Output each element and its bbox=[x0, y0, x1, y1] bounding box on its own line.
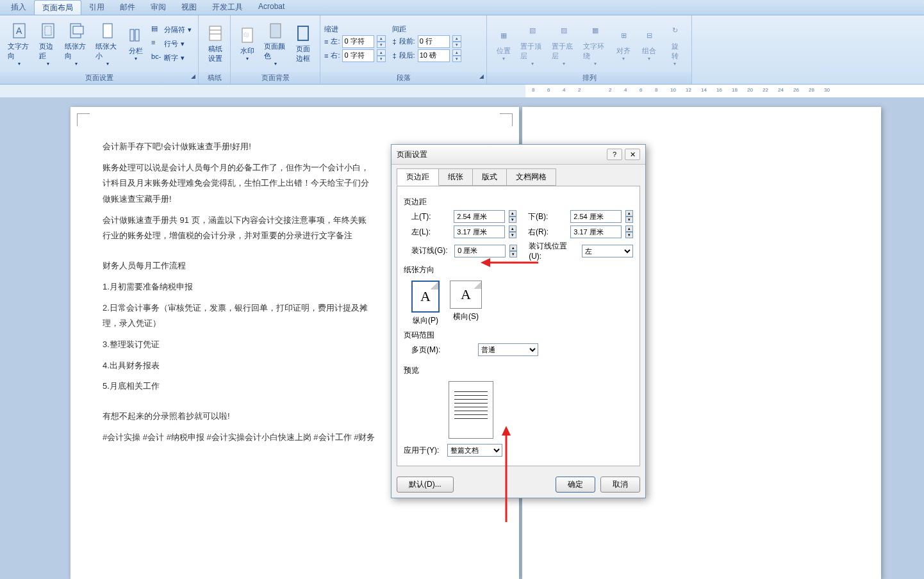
spacing-after-input[interactable] bbox=[418, 49, 450, 62]
dlg-tab-grid[interactable]: 文档网格 bbox=[506, 168, 556, 186]
tab-view[interactable]: 视图 bbox=[174, 0, 204, 15]
tab-developer[interactable]: 开发工具 bbox=[204, 0, 251, 15]
tab-insert[interactable]: 插入 bbox=[3, 0, 34, 15]
margins-section-label: 页边距 bbox=[404, 197, 633, 208]
page-border-icon bbox=[293, 24, 313, 43]
group-arrange: ▦位置▾ ▧置于顶层▾ ▨置于底层▾ ▩文字环绕▾ ⊞对齐▾ ⊟组合▾ ↻旋 转… bbox=[487, 15, 692, 84]
tab-references[interactable]: 引用 bbox=[81, 0, 112, 15]
send-back-button[interactable]: ▨置于底层▾ bbox=[548, 20, 579, 68]
spacing-before-input[interactable] bbox=[418, 35, 450, 48]
group-button[interactable]: ⊟组合▾ bbox=[636, 24, 662, 63]
group-icon: ⊟ bbox=[639, 26, 659, 45]
after-spinner[interactable]: ▴▾ bbox=[452, 49, 461, 62]
margin-right-input[interactable] bbox=[570, 225, 622, 238]
dlg-tab-layout[interactable]: 版式 bbox=[472, 168, 507, 186]
indent-label: 缩进 bbox=[324, 24, 386, 34]
indent-left-input[interactable] bbox=[342, 35, 374, 48]
apply-to-select[interactable]: 整篇文档 bbox=[447, 444, 502, 457]
margin-left-input[interactable] bbox=[454, 225, 505, 238]
gutter-spinner[interactable]: ▴▾ bbox=[509, 245, 517, 257]
svg-rect-9 bbox=[210, 26, 221, 40]
line-num-icon: ≡ bbox=[151, 38, 161, 49]
multi-page-select[interactable]: 普通 bbox=[478, 343, 538, 356]
breaks-button[interactable]: ▤分隔符 ▾ bbox=[149, 23, 194, 36]
dialog-help-button[interactable]: ? bbox=[607, 149, 622, 160]
dlg-tab-paper[interactable]: 纸张 bbox=[438, 168, 473, 186]
orient-portrait[interactable]: A 纵向(P) bbox=[411, 281, 440, 326]
gutter-pos-select[interactable]: 左 bbox=[582, 245, 633, 257]
orient-landscape[interactable]: A 横向(S) bbox=[450, 281, 482, 322]
svg-rect-8 bbox=[135, 29, 139, 41]
dialog-tabs: 页边距 纸张 版式 文档网格 bbox=[392, 165, 645, 186]
group-label-manuscript: 稿纸 bbox=[199, 72, 230, 84]
spacing-label: 间距 bbox=[392, 24, 461, 34]
margin-bottom-spinner[interactable]: ▴▾ bbox=[625, 210, 633, 223]
svg-rect-3 bbox=[45, 26, 51, 35]
indent-right-input[interactable] bbox=[342, 49, 374, 62]
svg-rect-5 bbox=[73, 26, 83, 34]
svg-rect-14 bbox=[270, 24, 281, 38]
page-border-button[interactable]: 页面 边框 bbox=[290, 22, 316, 65]
tab-acrobat[interactable]: Acrobat bbox=[251, 0, 292, 15]
ok-button[interactable]: 确定 bbox=[556, 477, 595, 493]
columns-icon bbox=[126, 26, 145, 45]
front-icon: ▧ bbox=[523, 21, 542, 40]
preview-box bbox=[449, 381, 493, 439]
tab-page-layout[interactable]: 页面布局 bbox=[34, 0, 81, 15]
dialog-close-button[interactable]: ✕ bbox=[625, 149, 640, 160]
ribbon-body: A 文字方向▾ 页边距▾ 纸张方向▾ 纸张大小▾ 分栏▾ ▤分隔符 ▾ ≡行 bbox=[0, 15, 924, 85]
svg-rect-15 bbox=[298, 26, 308, 40]
orientation-button[interactable]: 纸张方向▾ bbox=[61, 20, 92, 68]
position-button[interactable]: ▦位置▾ bbox=[491, 24, 516, 63]
page-setup-expander[interactable]: ◢ bbox=[189, 73, 197, 81]
paragraph-expander[interactable]: ◢ bbox=[477, 73, 485, 81]
group-paragraph: 缩进 ≡左:▴▾ ≡右:▴▾ 间距 ‡段前:▴▾ ‡段后:▴▾ 段落◢ bbox=[320, 15, 487, 84]
margin-top-spinner[interactable]: ▴▾ bbox=[509, 210, 516, 223]
margin-bottom-input[interactable] bbox=[570, 210, 622, 223]
text-direction-icon: A bbox=[10, 21, 29, 40]
line-numbers-button[interactable]: ≡行号 ▾ bbox=[149, 37, 194, 50]
after-icon: ‡ bbox=[392, 52, 396, 60]
manuscript-icon bbox=[206, 24, 225, 43]
tab-review[interactable]: 审阅 bbox=[143, 0, 174, 15]
group-page-bg: 印 水印▾ 页面颜色▾ 页面 边框 页面背景 bbox=[231, 15, 320, 84]
margin-right-spinner[interactable]: ▴▾ bbox=[625, 225, 633, 238]
orientation-icon bbox=[67, 21, 86, 40]
bring-front-button[interactable]: ▧置于顶层▾ bbox=[516, 20, 548, 68]
manuscript-button[interactable]: 稿纸 设置 bbox=[202, 22, 228, 65]
hyphenation-button[interactable]: bc-断字 ▾ bbox=[149, 51, 194, 64]
indent-right-spinner[interactable]: ▴▾ bbox=[377, 49, 386, 62]
text-wrap-button[interactable]: ▩文字环绕▾ bbox=[579, 20, 611, 68]
margin-left-spinner[interactable]: ▴▾ bbox=[509, 225, 516, 238]
page-color-button[interactable]: 页面颜色▾ bbox=[260, 20, 290, 68]
margin-corner-icon bbox=[77, 113, 90, 126]
columns-button[interactable]: 分栏▾ bbox=[123, 24, 149, 63]
page-setup-dialog: 页面设置 ? ✕ 页边距 纸张 版式 文档网格 页边距 上(T): ▴▾ 下(B… bbox=[391, 144, 646, 498]
margins-button[interactable]: 页边距▾ bbox=[35, 20, 61, 68]
dialog-titlebar[interactable]: 页面设置 ? ✕ bbox=[392, 145, 645, 165]
margin-top-input[interactable] bbox=[454, 210, 505, 223]
watermark-button[interactable]: 印 水印▾ bbox=[235, 24, 260, 63]
text-direction-button[interactable]: A 文字方向▾ bbox=[4, 20, 35, 68]
rotate-icon: ↻ bbox=[665, 21, 684, 40]
before-spinner[interactable]: ▴▾ bbox=[452, 35, 461, 48]
align-button[interactable]: ⊞对齐▾ bbox=[611, 24, 636, 63]
indent-left-icon: ≡ bbox=[324, 38, 328, 45]
cancel-button[interactable]: 取消 bbox=[600, 477, 640, 493]
back-icon: ▨ bbox=[554, 21, 573, 40]
size-button[interactable]: 纸张大小▾ bbox=[92, 20, 123, 68]
indent-left-spinner[interactable]: ▴▾ bbox=[377, 35, 386, 48]
breaks-icon: ▤ bbox=[151, 24, 161, 35]
preview-section-label: 预览 bbox=[404, 365, 633, 376]
gutter-input[interactable] bbox=[454, 245, 506, 257]
size-icon bbox=[98, 21, 117, 40]
svg-rect-7 bbox=[130, 29, 134, 41]
default-button[interactable]: 默认(D)... bbox=[397, 477, 454, 493]
position-icon: ▦ bbox=[494, 26, 513, 45]
margins-icon bbox=[38, 21, 58, 40]
group-label-paragraph: 段落 bbox=[397, 74, 411, 81]
align-icon: ⊞ bbox=[614, 26, 633, 45]
rotate-button[interactable]: ↻旋 转▾ bbox=[662, 20, 688, 68]
tab-mailings[interactable]: 邮件 bbox=[112, 0, 143, 15]
dlg-tab-margins[interactable]: 页边距 bbox=[397, 168, 439, 186]
